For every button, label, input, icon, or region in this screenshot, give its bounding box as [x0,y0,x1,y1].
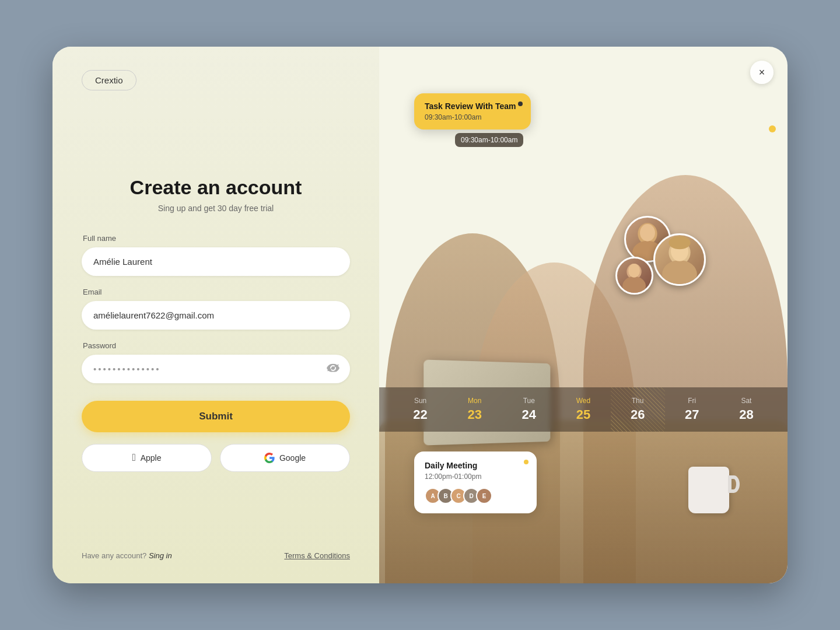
cal-day-name: Sat [719,397,774,405]
google-label: Google [279,453,306,463]
cal-day-num: 22 [393,407,447,422]
calendar-days: Sun22Mon23Tue24Wed25Thu26Fri27Sat28 [393,397,774,422]
svg-point-10 [628,264,640,278]
left-panel: Crextio Create an account Sing up and ge… [52,47,379,583]
form-section: Create an account Sing up and get 30 day… [82,90,350,545]
cal-day-num: 26 [611,407,665,422]
close-button[interactable]: × [750,61,774,84]
cal-day-name: Thu [611,397,665,405]
form-subtitle: Sing up and get 30 day free trial [82,204,350,213]
cal-day-num: 27 [665,407,719,422]
right-panel: × Task Review With Team 09:30am-10:00am … [379,47,788,583]
logo-button[interactable]: Crextio [82,70,136,90]
apple-icon:  [132,452,135,464]
footer-row: Have any account? Sing in Terms & Condit… [82,545,350,560]
meeting-title: Daily Meeting [425,461,526,470]
google-button[interactable]: Google [220,444,350,472]
email-label: Email [83,288,350,296]
cal-day-22: Sun22 [393,397,447,422]
task-time: 09:30am-10:00am [425,113,520,121]
svg-point-7 [668,236,690,249]
email-group: Email [82,288,350,330]
attendee-avatar-5: E [476,488,492,504]
submit-button[interactable]: Submit [82,401,350,432]
calendar-strip: Sun22Mon23Tue24Wed25Thu26Fri27Sat28 [379,387,788,432]
email-input[interactable] [82,301,350,330]
attendees-row: A B C D E [425,488,526,504]
mug-handle [728,475,740,493]
cal-day-num: 23 [447,407,502,422]
yellow-dot-1 [769,125,776,132]
fullname-label: Full name [83,234,350,243]
password-wrapper [82,355,350,383]
time-label-float: 09:30am-10:00am [455,133,523,147]
fullname-input[interactable] [82,247,350,276]
task-card: Task Review With Team 09:30am-10:00am [414,93,531,130]
task-title: Task Review With Team [425,102,520,111]
password-label: Password [83,341,350,350]
cal-day-name: Tue [502,397,556,405]
meeting-dot [524,460,528,464]
cal-day-24: Tue24 [502,397,556,422]
logo-text: Crextio [95,75,123,85]
cal-day-27: Fri27 [665,397,719,422]
cal-day-num: 25 [556,407,610,422]
cal-day-name: Mon [447,397,502,405]
svg-point-9 [622,276,646,295]
cal-day-25: Wed25 [556,397,610,422]
fullname-group: Full name [82,234,350,276]
mug-shape [688,467,729,513]
apple-button[interactable]:  Apple [82,444,212,472]
avatar-face-2 [655,235,704,284]
social-row:  Apple Google [82,444,350,472]
cal-day-name: Wed [556,397,610,405]
main-card: Crextio Create an account Sing up and ge… [52,47,788,583]
password-input[interactable] [82,355,350,383]
apple-label: Apple [141,453,162,463]
signin-prompt: Have any account? Sing in [82,551,172,560]
google-icon [264,453,275,463]
svg-point-3 [640,224,655,242]
cal-day-name: Sun [393,397,447,405]
avatar-face-3 [617,258,652,293]
float-avatar-3 [615,257,653,295]
cal-day-name: Fri [665,397,719,405]
cal-day-28: Sat28 [719,397,774,422]
svg-point-5 [662,260,697,286]
cal-day-23: Mon23 [447,397,502,422]
float-avatar-2 [653,233,706,286]
password-group: Password [82,341,350,383]
signin-link[interactable]: Sing in [149,551,172,560]
form-title: Create an account [82,176,350,199]
cal-day-26: Thu26 [611,397,665,422]
terms-link[interactable]: Terms & Conditions [284,551,350,560]
cal-day-num: 28 [719,407,774,422]
meeting-card: Daily Meeting 12:00pm-01:00pm A B C D E [414,452,537,513]
eye-icon[interactable] [327,363,340,375]
meeting-time: 12:00pm-01:00pm [425,473,526,481]
task-dot [518,102,523,106]
cal-day-num: 24 [502,407,556,422]
